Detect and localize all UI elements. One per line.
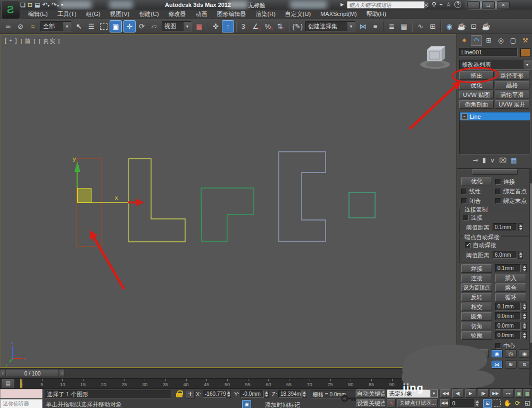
menu-group[interactable]: 组(G)	[81, 10, 105, 19]
tab-utilities-icon[interactable]: ⚒	[520, 35, 531, 46]
fuse-button[interactable]: 熔合	[495, 283, 526, 292]
close-button[interactable]: ✕	[497, 1, 510, 9]
graphite-ribbon-icon[interactable]: ▤	[398, 20, 410, 32]
set-key-button[interactable]: 设置关键点	[356, 399, 385, 407]
frame-back-arrow[interactable]: ‹	[1, 370, 5, 377]
render-setup-icon[interactable]: ☕	[455, 20, 468, 32]
show-end-result-icon[interactable]: ▮	[483, 157, 486, 164]
uvw-map-button[interactable]: UVW 贴图	[459, 91, 494, 99]
menu-edit[interactable]: 编辑(E)	[23, 10, 53, 19]
material-editor-icon[interactable]: ◉	[443, 20, 455, 32]
isolate-selection-toggle-icon[interactable]: ▣	[242, 400, 251, 408]
x-coord-spinner[interactable]	[226, 390, 231, 398]
time-slider-grip[interactable]: 0 / 100	[6, 370, 59, 377]
favorites-star-icon[interactable]: ☆	[446, 1, 451, 8]
save-file-icon[interactable]: ⬓	[35, 2, 40, 9]
select-and-rotate-icon[interactable]: ⟳	[136, 20, 148, 32]
object-color-swatch[interactable]	[520, 48, 530, 57]
pin-stack-icon[interactable]: ⊸	[473, 157, 478, 164]
stack-item-line[interactable]: ~ Line	[460, 112, 530, 120]
move-gizmo[interactable]: y x	[73, 156, 144, 206]
outline-field[interactable]: 0.0mm	[495, 331, 521, 339]
default-in-out-tangent-icon[interactable]: ∿	[387, 399, 396, 407]
key-mode-toggle-icon[interactable]: ⊶	[503, 389, 514, 398]
connect-copy-threshold-spinner[interactable]	[518, 223, 523, 231]
keyboard-shortcut-override-icon[interactable]: ↑	[222, 20, 234, 32]
lattice-button[interactable]: 晶格	[495, 81, 529, 89]
menu-tools[interactable]: 工具(T)	[53, 10, 81, 19]
select-object-icon[interactable]: ↖	[73, 20, 85, 32]
weld-threshold-field[interactable]: 0.1mm	[495, 264, 521, 272]
menu-graph-editors[interactable]: 图形编辑器	[212, 10, 251, 19]
cross-insert-spinner[interactable]	[522, 303, 527, 311]
selection-filter-dropdown[interactable]: 全部▼	[40, 21, 71, 31]
help-icon[interactable]: ?	[454, 1, 461, 8]
window-crossing-toggle-icon[interactable]: ▣	[110, 20, 122, 32]
timeline-ruler[interactable]: 051015202530354045505560657075808590	[0, 378, 456, 388]
spline-shape-gamma[interactable]	[201, 188, 254, 241]
weld-threshold-spinner[interactable]	[522, 264, 527, 272]
chamfer-spinner[interactable]	[522, 322, 527, 330]
zoom-region-icon[interactable]: ⊡	[483, 399, 492, 408]
cycle-button[interactable]: 循环	[495, 293, 526, 301]
unlink-selection-icon[interactable]: ⊘	[14, 20, 27, 32]
time-slider-track[interactable]: ‹ 0 / 100 ›	[0, 368, 456, 378]
app-logo[interactable]: S	[1, 1, 20, 19]
select-by-name-icon[interactable]: ☰	[85, 20, 97, 32]
selection-lock-icon[interactable]	[176, 390, 183, 397]
close-checkbox[interactable]: 闭合	[461, 197, 481, 205]
reverse-button[interactable]: 反转	[461, 293, 492, 301]
mirror-icon[interactable]: ⋈	[357, 20, 369, 32]
rendered-frame-window-icon[interactable]: ⊡	[468, 20, 480, 32]
go-to-start-button[interactable]: ◀◀	[440, 389, 451, 398]
subscription-key-icon[interactable]: ⚲	[432, 1, 436, 8]
boolean-subtract-icon[interactable]: ◎	[505, 349, 517, 358]
zoom-extents-icon[interactable]: ▣	[515, 389, 522, 398]
orbit-icon[interactable]: ⟳	[513, 399, 522, 407]
auto-weld-threshold-field[interactable]: 6.0mm	[493, 251, 517, 259]
menu-help[interactable]: 帮助(H)	[362, 10, 391, 19]
optimize-button[interactable]: 优化	[461, 177, 492, 185]
curve-editor-icon[interactable]: ∿	[414, 20, 427, 32]
configure-modifier-sets-icon[interactable]: ▦	[511, 157, 517, 164]
angle-snap-icon[interactable]: ∠∩	[251, 20, 263, 32]
go-to-end-button[interactable]: ▶▶	[490, 389, 501, 398]
menu-animation[interactable]: 动画	[191, 10, 212, 19]
connect-checkbox[interactable]: 连接	[495, 178, 515, 186]
optimize-modifier-button[interactable]: 优化	[459, 81, 494, 89]
search-input[interactable]	[347, 1, 425, 9]
cross-insert-field[interactable]: 0.1mm	[495, 303, 521, 311]
next-frame-button[interactable]: |▶	[478, 389, 489, 398]
undo-icon[interactable]: ↶▾	[43, 1, 50, 9]
select-and-scale-icon[interactable]: ▱	[148, 20, 160, 32]
workspace-dropdown-icon[interactable]: ▾	[61, 3, 63, 7]
select-and-link-icon[interactable]: ∞	[2, 20, 14, 32]
minimize-button[interactable]: ─	[467, 1, 480, 9]
bind-to-space-warp-icon[interactable]: ≈	[27, 20, 39, 32]
current-frame-field[interactable]: 0	[450, 399, 475, 407]
spline-shape-bracket[interactable]	[279, 152, 326, 241]
boolean-button[interactable]	[461, 349, 489, 358]
menu-create[interactable]: 创建(C)	[134, 10, 163, 19]
spline-shape-square[interactable]	[349, 192, 375, 218]
rectangular-selection-region-icon[interactable]	[97, 20, 110, 32]
panel-scrollbar[interactable]	[529, 168, 532, 386]
new-file-icon[interactable]: ❏	[20, 2, 26, 9]
weld-button[interactable]: 焊接	[461, 264, 492, 273]
make-unique-icon[interactable]: ∨	[490, 157, 495, 164]
select-and-manipulate-icon[interactable]: ✜	[210, 20, 222, 32]
absolute-offset-toggle-icon[interactable]: ✛	[186, 390, 195, 399]
modifier-stack[interactable]: ~ Line	[459, 112, 530, 154]
auto-weld-checkbox[interactable]: 自动焊接	[465, 241, 496, 249]
tab-create-icon[interactable]: ✷	[459, 35, 470, 46]
bind-last-checkbox[interactable]: 绑定末点	[495, 197, 527, 205]
key-filters-button[interactable]: 关键点过滤器...	[397, 399, 438, 407]
connect-button[interactable]: 连接	[461, 274, 492, 282]
set-keys-key-icon[interactable]	[341, 392, 357, 405]
spinner-snap-icon[interactable]: ⇅∩	[275, 20, 287, 32]
mini-listener-label[interactable]: 迷你侦听器	[0, 399, 43, 408]
maximize-viewport-toggle-icon[interactable]: ◱	[523, 399, 531, 407]
menu-modifiers[interactable]: 修改器	[164, 10, 191, 19]
mirror-vertical-icon[interactable]: ≋	[505, 360, 517, 369]
chamfer-field[interactable]: 0.0mm	[495, 322, 521, 330]
